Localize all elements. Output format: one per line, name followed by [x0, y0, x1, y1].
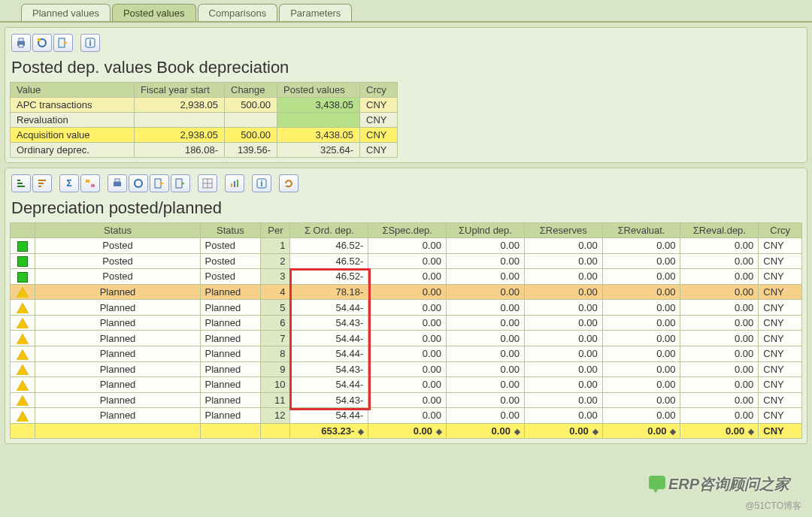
planned-status-icon	[17, 287, 29, 298]
posted-status-icon	[17, 241, 28, 252]
col-value[interactable]: Value	[11, 83, 135, 98]
table-row[interactable]: PlannedPlanned554.44-0.000.000.000.000.0…	[11, 300, 802, 316]
info-icon[interactable]: i	[80, 34, 100, 52]
col-header[interactable]	[11, 223, 35, 238]
col-header[interactable]: Status	[35, 223, 200, 238]
svg-rect-9	[86, 180, 89, 183]
svg-rect-19	[231, 183, 232, 187]
planned-status-icon	[17, 349, 29, 360]
col-header[interactable]: Status	[200, 223, 261, 238]
table-row[interactable]: RevaluationCNY	[11, 113, 398, 128]
svg-rect-20	[234, 181, 235, 187]
table-row[interactable]: Ordinary deprec.186.08-139.56-325.64-CNY	[11, 143, 398, 158]
top-title: Posted dep. values Book depreciation	[11, 58, 801, 77]
col-posted[interactable]: Posted values	[277, 83, 360, 98]
refresh-icon[interactable]	[279, 174, 298, 192]
col-header[interactable]: Σ Ord. dep.	[290, 223, 368, 238]
table-row[interactable]: PlannedPlanned478.18-0.000.000.000.000.0…	[11, 284, 802, 300]
export-excel-icon[interactable]	[53, 34, 73, 52]
watermark-channel: ERP咨询顾问之家	[649, 474, 789, 494]
col-header[interactable]: Per	[261, 223, 290, 238]
table-row[interactable]: PostedPosted346.52-0.000.000.000.000.00C…	[11, 269, 802, 285]
export2-icon[interactable]	[150, 174, 169, 192]
svg-rect-4	[38, 38, 41, 41]
svg-rect-21	[237, 180, 238, 187]
planned-status-icon	[17, 318, 29, 328]
table-row[interactable]: PlannedPlanned654.43-0.000.000.000.000.0…	[11, 315, 802, 331]
table-row[interactable]: PlannedPlanned854.44-0.000.000.000.000.0…	[11, 346, 802, 361]
table-row[interactable]: Acquisition value2,938.05500.003,438.05C…	[11, 128, 398, 143]
tab-posted-values[interactable]: Posted values	[112, 4, 196, 21]
tab-comparisons[interactable]: Comparisons	[198, 4, 278, 21]
col-crcy[interactable]: Crcy	[360, 83, 398, 98]
tab-parameters[interactable]: Parameters	[279, 4, 352, 21]
top-toolbar: i	[10, 31, 802, 55]
layout-icon[interactable]	[198, 174, 217, 192]
table-row[interactable]: PlannedPlanned754.44-0.000.000.000.000.0…	[11, 331, 802, 346]
table-row[interactable]: APC transactions2,938.05500.003,438.05CN…	[11, 98, 398, 113]
tabstrip: Planned values Posted values Comparisons…	[0, 0, 812, 23]
table-row[interactable]: PostedPosted146.52-0.000.000.000.000.00C…	[11, 238, 802, 254]
col-header[interactable]: ΣRevaluat.	[602, 223, 680, 238]
col-header[interactable]: ΣSpec.dep.	[368, 223, 447, 238]
col-header[interactable]: Crcy	[759, 223, 802, 238]
posted-status-icon	[17, 272, 28, 283]
sort-asc-icon[interactable]	[11, 174, 31, 192]
info2-icon[interactable]: i	[252, 174, 271, 192]
dep-title: Depreciation posted/planned	[11, 198, 801, 218]
total-row: 653.23-0.000.000.000.000.00CNY	[11, 423, 802, 438]
depreciation-panel: Σ i Depreciation posted/planned StatusSt…	[5, 168, 807, 444]
watermark-site: @51CTO博客	[745, 500, 801, 512]
svg-rect-11	[114, 182, 121, 186]
svg-text:i: i	[260, 179, 262, 188]
tab-planned-values[interactable]: Planned values	[21, 4, 111, 21]
export3-icon[interactable]	[171, 174, 190, 192]
preview-icon[interactable]	[129, 174, 148, 192]
depreciation-table: StatusStatusPerΣ Ord. dep.ΣSpec.dep.ΣUpl…	[10, 222, 802, 439]
table-row[interactable]: PlannedPlanned1154.43-0.000.000.000.000.…	[11, 392, 802, 408]
svg-rect-5	[59, 38, 65, 47]
posted-values-panel: i Posted dep. values Book depreciation V…	[5, 27, 807, 163]
svg-rect-15	[176, 179, 182, 188]
table-row[interactable]: PostedPosted246.52-0.000.000.000.000.00C…	[11, 253, 802, 269]
planned-status-icon	[17, 411, 29, 422]
values-table: Value Fiscal year start Change Posted va…	[10, 82, 398, 158]
col-header[interactable]: ΣUplnd dep.	[447, 223, 525, 238]
planned-status-icon	[17, 364, 29, 375]
planned-status-icon	[17, 395, 29, 406]
export-preview-icon[interactable]	[32, 34, 52, 52]
svg-point-13	[135, 180, 142, 187]
sum-icon[interactable]: Σ	[59, 174, 79, 192]
col-header[interactable]: ΣReserves	[524, 223, 602, 238]
print-icon[interactable]	[11, 34, 31, 52]
svg-rect-10	[91, 184, 95, 187]
planned-status-icon	[17, 334, 29, 344]
posted-status-icon	[17, 256, 28, 267]
svg-text:i: i	[89, 38, 91, 47]
svg-rect-2	[19, 44, 23, 47]
subtotal-icon[interactable]	[80, 174, 100, 192]
col-fys[interactable]: Fiscal year start	[135, 83, 225, 98]
svg-text:Σ: Σ	[66, 178, 71, 189]
chart-icon[interactable]	[225, 174, 244, 192]
table-row[interactable]: PlannedPlanned1254.44-0.000.000.000.000.…	[11, 408, 802, 424]
planned-status-icon	[17, 380, 29, 391]
dep-toolbar: Σ i	[10, 171, 802, 195]
col-header[interactable]: ΣReval.dep.	[680, 223, 759, 238]
svg-rect-12	[115, 179, 120, 182]
table-row[interactable]: PlannedPlanned954.43-0.000.000.000.000.0…	[11, 361, 802, 377]
print2-icon[interactable]	[108, 174, 127, 192]
sort-desc-icon[interactable]	[32, 174, 52, 192]
table-row[interactable]: PlannedPlanned1054.44-0.000.000.000.000.…	[11, 377, 802, 393]
planned-status-icon	[17, 303, 29, 313]
col-change[interactable]: Change	[225, 83, 277, 98]
svg-rect-1	[19, 38, 23, 41]
svg-rect-14	[155, 179, 161, 188]
